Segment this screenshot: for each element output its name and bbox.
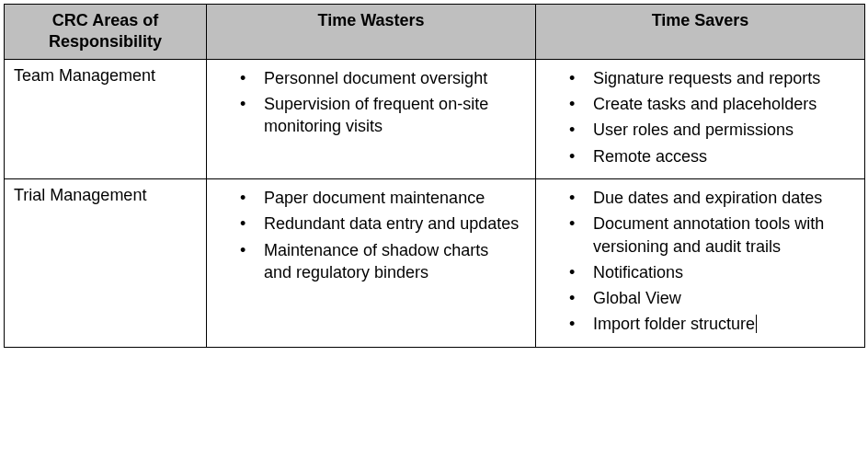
header-areas-line1: CRC Areas of xyxy=(12,10,199,31)
list-item: Create tasks and placeholders xyxy=(593,91,850,117)
savers-list: Due dates and expiration dates Document … xyxy=(536,185,864,338)
header-savers: Time Savers xyxy=(536,5,865,60)
header-row: CRC Areas of Responsibility Time Wasters… xyxy=(5,5,865,60)
wasters-list: Paper document maintenance Redundant dat… xyxy=(207,185,535,285)
wasters-cell: Paper document maintenance Redundant dat… xyxy=(207,178,536,347)
header-areas-line2: Responsibility xyxy=(12,31,199,52)
list-item: Redundant data entry and updates xyxy=(264,211,520,236)
table-row: Team Management Personnel document overs… xyxy=(5,59,865,178)
area-cell: Trial Management xyxy=(5,178,207,347)
list-item: Supervision of frequent on-site monitori… xyxy=(264,91,520,140)
wasters-list: Personnel document oversight Supervision… xyxy=(207,65,535,140)
list-item: Notifications xyxy=(593,259,850,285)
list-item: Import folder structure xyxy=(593,311,850,337)
wasters-cell: Personnel document oversight Supervision… xyxy=(207,59,536,178)
table-row: Trial Management Paper document maintena… xyxy=(5,178,865,347)
header-wasters: Time Wasters xyxy=(207,5,536,60)
list-item: Global View xyxy=(593,285,850,311)
list-item: Document annotation tools with versionin… xyxy=(593,211,850,259)
savers-cell: Due dates and expiration dates Document … xyxy=(536,178,865,347)
list-item-text: Import folder structure xyxy=(593,315,755,333)
savers-list: Signature requests and reports Create ta… xyxy=(536,65,864,169)
text-cursor xyxy=(756,315,757,333)
list-item: Personnel document oversight xyxy=(264,65,520,91)
area-cell: Team Management xyxy=(5,59,207,178)
list-item: User roles and permissions xyxy=(593,117,850,143)
list-item: Due dates and expiration dates xyxy=(593,185,850,211)
crc-table: CRC Areas of Responsibility Time Wasters… xyxy=(4,4,865,348)
savers-cell: Signature requests and reports Create ta… xyxy=(536,59,865,178)
list-item: Maintenance of shadow charts and regulat… xyxy=(264,237,520,286)
list-item: Paper document maintenance xyxy=(264,185,520,211)
list-item: Signature requests and reports xyxy=(593,65,850,91)
list-item: Remote access xyxy=(593,144,850,169)
header-areas: CRC Areas of Responsibility xyxy=(5,5,207,60)
